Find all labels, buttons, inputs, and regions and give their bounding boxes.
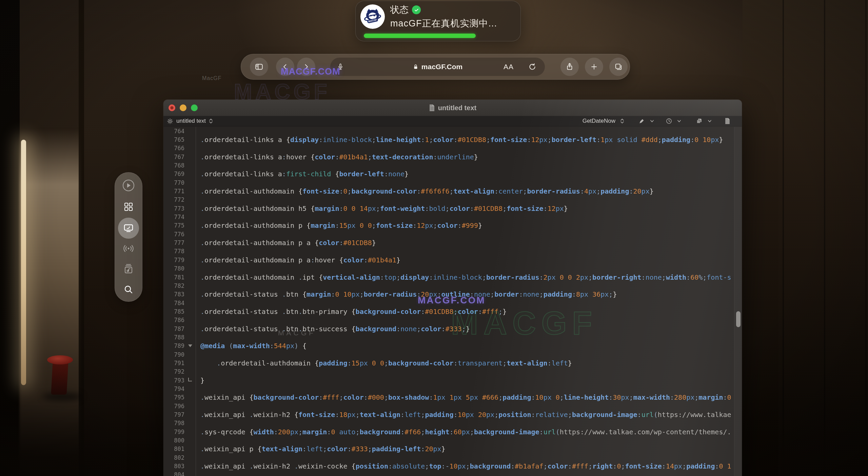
window-titlebar[interactable]: untitled text <box>163 100 742 116</box>
layers-icon[interactable] <box>695 118 703 124</box>
code-line: 789@media (max-width:544px) { <box>163 342 734 350</box>
fold-marker <box>184 419 196 428</box>
fold-marker <box>184 178 196 187</box>
line-number: 793 <box>163 377 184 384</box>
line-number: 784 <box>163 300 184 306</box>
zoom-button[interactable] <box>191 104 198 111</box>
line-number: 785 <box>163 308 184 315</box>
fold-marker <box>184 324 196 333</box>
line-number: 790 <box>163 351 184 358</box>
line-number: 777 <box>163 239 184 246</box>
updown-chevron-icon[interactable] <box>620 118 624 124</box>
virtual-display-button[interactable] <box>118 218 139 239</box>
fold-marker <box>184 307 196 316</box>
play-button[interactable] <box>121 178 136 193</box>
new-tab-button[interactable] <box>585 58 603 76</box>
red-stool-seat <box>47 355 73 364</box>
lock-icon <box>413 63 419 70</box>
fold-marker <box>184 281 196 290</box>
sidebar-button[interactable] <box>250 58 268 76</box>
chevron-down-icon[interactable] <box>708 119 712 123</box>
code-text: .orderdetail-links a:first-child {border… <box>196 170 734 178</box>
macgf-logo-avatar: MACGF <box>360 4 385 29</box>
url-text: macGF.Com <box>421 63 462 71</box>
fold-marker <box>184 187 196 195</box>
file-path-selector[interactable]: untitled text <box>167 118 213 124</box>
search-button[interactable] <box>123 284 134 295</box>
chevron-down-icon[interactable] <box>677 119 681 123</box>
line-number: 796 <box>163 403 184 410</box>
tab-overview-button[interactable] <box>609 58 628 76</box>
fold-marker <box>184 299 196 307</box>
code-text: } <box>196 376 734 384</box>
fold-marker <box>184 445 196 453</box>
new-document-icon[interactable] <box>725 118 730 124</box>
code-text: .orderdetail-authdomain p a:hover {color… <box>196 256 734 264</box>
fold-marker <box>184 393 196 402</box>
code-line: 800 <box>163 436 734 444</box>
status-progress-bar <box>364 34 476 38</box>
code-line: 790 <box>163 350 734 359</box>
navbar-right-cluster: GetDateNow <box>583 118 730 124</box>
fold-marker <box>184 213 196 221</box>
fold-marker <box>184 410 196 419</box>
code-line: 765.orderdetail-links a {display:inline-… <box>163 135 734 144</box>
scrollbar-track[interactable] <box>734 127 742 476</box>
history-clock-icon[interactable] <box>666 118 672 124</box>
fold-marker <box>184 135 196 144</box>
line-number: 792 <box>163 368 184 375</box>
text-size-button[interactable]: AA <box>504 63 514 71</box>
broadcast-button[interactable] <box>122 242 135 255</box>
code-text: .orderdetail-links a {display:inline-blo… <box>196 136 734 144</box>
fold-marker[interactable] <box>184 342 196 350</box>
apps-grid-button[interactable] <box>123 201 134 212</box>
scrollbar-thumb[interactable] <box>736 311 741 327</box>
code-text: .orderdetail-status .btn.btn-primary {ba… <box>196 308 734 316</box>
share-button[interactable] <box>560 58 579 76</box>
code-line: 770 <box>163 178 734 187</box>
minimize-button[interactable] <box>180 104 186 111</box>
editor-window: untitled text untitled text GetDateNow <box>163 100 742 476</box>
address-bar[interactable]: macGF.Com AA <box>330 58 545 76</box>
media-library-button[interactable] <box>123 263 134 275</box>
red-stool-base <box>51 361 68 395</box>
window-title: untitled text <box>438 104 476 112</box>
fold-marker <box>184 402 196 410</box>
code-line: 781.orderdetail-authdomain .ipt {vertica… <box>163 273 734 281</box>
code-line: 804 <box>163 471 734 476</box>
code-line: 785.orderdetail-status .btn.btn-primary … <box>163 307 734 316</box>
symbol-selector[interactable]: GetDateNow <box>583 118 615 124</box>
forward-button[interactable] <box>297 58 315 76</box>
marker-pen-icon[interactable] <box>638 118 645 124</box>
code-line: 772 <box>163 196 734 204</box>
fold-marker <box>184 368 196 376</box>
line-number: 774 <box>163 214 184 220</box>
code-text: .weixin_api .weixin-h2 .weixin-cocke {po… <box>196 462 734 470</box>
code-line: 797.weixin_api .weixin-h2 {font-size:18p… <box>163 410 734 419</box>
play-icon <box>121 178 136 193</box>
code-line: 796 <box>163 402 734 410</box>
verified-check-icon <box>412 5 421 14</box>
background-led-light-strip <box>21 140 26 385</box>
code-line: 764 <box>163 127 734 135</box>
code-line: 780 <box>163 264 734 273</box>
back-button[interactable] <box>276 58 294 76</box>
fold-marker[interactable] <box>184 376 196 384</box>
line-number: 769 <box>163 171 184 177</box>
chevron-down-icon[interactable] <box>650 119 654 123</box>
status-notification[interactable]: MACGF 状态 macGF正在真机实测中... <box>355 1 521 41</box>
fold-marker <box>184 428 196 436</box>
status-title: 状态 <box>390 4 409 16</box>
code-text: .orderdetail-authdomain {font-size:0;bac… <box>196 187 734 195</box>
line-number: 783 <box>163 291 184 298</box>
code-line: 776 <box>163 230 734 238</box>
code-text: .weixin_api p {text-align:left;color:#33… <box>196 445 734 453</box>
reload-button[interactable] <box>528 62 537 71</box>
code-editor[interactable]: 764765.orderdetail-links a {display:inli… <box>163 127 734 476</box>
fold-marker <box>184 247 196 256</box>
fold-marker <box>184 153 196 161</box>
code-line: 782 <box>163 281 734 290</box>
safari-toolbar: macGF.Com AA <box>241 54 630 80</box>
close-button[interactable] <box>169 104 175 111</box>
code-text: .orderdetail-authdomain .ipt {vertical-a… <box>196 273 734 281</box>
